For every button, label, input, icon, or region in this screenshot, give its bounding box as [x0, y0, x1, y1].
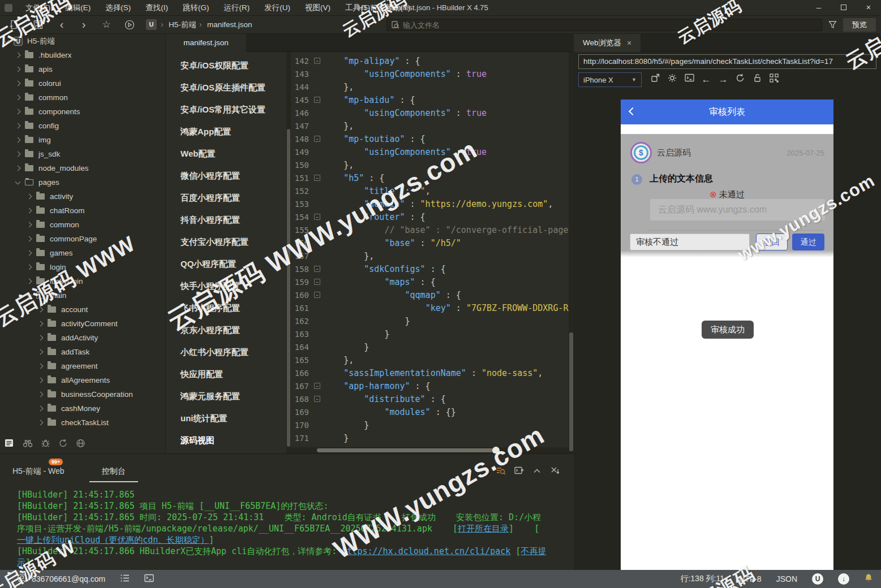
tree-item-img[interactable]: img [0, 133, 165, 147]
fold-marker[interactable]: - [311, 266, 323, 272]
console-link[interactable]: https://hx.dcloud.net.cn/cli/pack [342, 546, 510, 556]
settings-button[interactable] [665, 74, 679, 86]
fold-box-icon[interactable]: - [314, 383, 320, 389]
tab-manifest-json[interactable]: manifest.json [166, 34, 246, 52]
tree-item-allAgreements[interactable]: allAgreements [0, 373, 165, 387]
console-tab[interactable]: 控制台 [89, 466, 138, 477]
explorer-icon[interactable] [5, 439, 15, 450]
chevron-right-icon[interactable] [15, 53, 21, 58]
browser-back-button[interactable]: ← [699, 74, 713, 86]
outline-list-icon[interactable] [120, 574, 130, 584]
menu-item[interactable]: 跳转(G) [175, 0, 217, 16]
code-editor[interactable]: 142- "mp-alipay" : {143 "usingComponents… [291, 52, 569, 453]
clear-console-button[interactable] [549, 466, 561, 478]
config-scrollbar-thumb[interactable] [287, 129, 290, 447]
chevron-right-icon[interactable] [27, 250, 32, 256]
tree-item-cashMoney[interactable]: cashMoney [0, 401, 165, 416]
file-search-box[interactable] [386, 19, 822, 31]
qr-code-button[interactable] [767, 74, 781, 86]
config-item[interactable]: 飞书小程序配置 [166, 297, 290, 319]
console-link[interactable]: 打开所在目录 [458, 524, 509, 534]
tree-item-colorui[interactable]: colorui [0, 76, 165, 90]
fold-marker[interactable]: - [311, 136, 323, 142]
tree-item-account[interactable]: account [0, 302, 165, 317]
sync-icon[interactable] [58, 439, 68, 450]
fold-marker[interactable]: - [311, 292, 323, 298]
url-bar[interactable]: http://localhost:8080/h5/#/pages/main/ch… [578, 54, 876, 69]
chevron-right-icon[interactable] [15, 166, 21, 171]
filter-button[interactable] [828, 20, 837, 31]
config-item[interactable]: 百度小程序配置 [166, 187, 290, 209]
chevron-down-icon[interactable] [15, 179, 21, 184]
file-search-input[interactable] [403, 21, 742, 29]
chevron-right-icon[interactable] [15, 67, 21, 72]
tree-item-chatRoom[interactable]: chatRoom [0, 204, 165, 218]
chevron-right-icon[interactable] [38, 364, 44, 369]
chevron-right-icon[interactable] [38, 335, 44, 341]
tab-web-browser[interactable]: Web浏览器 × [574, 34, 641, 52]
config-item[interactable]: uni统计配置 [166, 407, 290, 429]
fold-marker[interactable]: - [311, 383, 323, 389]
save-button[interactable] [31, 18, 45, 32]
tree-item-H5-前端[interactable]: UH5-前端 [0, 34, 165, 48]
preview-button[interactable]: 预览 [843, 18, 876, 32]
console-link[interactable]: 示 [17, 557, 25, 568]
chevron-down-icon[interactable] [4, 37, 10, 43]
config-item[interactable]: 鸿蒙元服务配置 [166, 385, 290, 407]
tree-item-pages[interactable]: pages [0, 175, 165, 189]
config-item[interactable]: 鸿蒙App配置 [166, 120, 290, 142]
breadcrumb-project[interactable]: H5-前端 [169, 19, 196, 31]
chevron-right-icon[interactable] [27, 208, 32, 214]
navigate-forward-button[interactable]: › [77, 18, 91, 32]
console-terminal-button[interactable] [513, 466, 525, 478]
config-item[interactable]: Web配置 [166, 142, 290, 165]
tree-item-.hbuilderx[interactable]: .hbuilderx [0, 48, 165, 62]
tree-item-checkTaskList[interactable]: checkTaskList [0, 416, 165, 430]
tree-item-login[interactable]: login [0, 260, 165, 274]
tree-item-apis[interactable]: apis [0, 62, 165, 76]
tree-item-components[interactable]: components [0, 105, 165, 119]
chevron-right-icon[interactable] [15, 123, 21, 129]
tree-item-common[interactable]: common [0, 90, 165, 105]
fold-box-icon[interactable]: - [314, 266, 320, 272]
fold-box-icon[interactable]: - [314, 136, 320, 142]
browser-forward-button[interactable]: → [716, 74, 730, 86]
encoding-indicator[interactable]: UTF-8 [739, 574, 762, 583]
chevron-right-icon[interactable] [15, 137, 21, 143]
tree-item-common[interactable]: common [0, 218, 165, 232]
chevron-right-icon[interactable] [27, 236, 32, 242]
menu-item[interactable]: 文件(F) [18, 0, 58, 16]
marketplace-globe-icon[interactable] [76, 439, 85, 450]
menu-item[interactable]: 运行(R) [217, 0, 257, 16]
menu-item[interactable]: 发行(U) [257, 0, 298, 16]
collapse-panel-button[interactable] [531, 466, 543, 478]
config-item[interactable]: QQ小程序配置 [166, 253, 290, 275]
editor-vertical-scrollbar-thumb[interactable] [569, 332, 573, 451]
cursor-position[interactable]: 行:138 列:11 [680, 574, 724, 584]
chevron-right-icon[interactable] [27, 194, 32, 200]
tree-item-addActivity[interactable]: addActivity [0, 331, 165, 345]
tree-item-config[interactable]: config [0, 119, 165, 133]
maximize-button[interactable] [831, 0, 856, 16]
fold-marker[interactable]: - [311, 97, 323, 103]
tree-item-js_sdk[interactable]: js_sdk [0, 147, 165, 161]
chevron-right-icon[interactable] [38, 406, 44, 412]
open-external-button[interactable] [648, 74, 662, 86]
navigate-back-button[interactable]: ‹ [55, 18, 68, 32]
account-email[interactable]: 836706661@qq.com [32, 574, 105, 583]
approve-button[interactable]: 通过 [792, 234, 824, 250]
back-chevron-icon[interactable] [629, 107, 637, 115]
chevron-right-icon[interactable] [38, 420, 44, 426]
config-item[interactable]: 安卓/iOS权限配置 [166, 54, 290, 76]
fold-box-icon[interactable]: - [314, 58, 320, 64]
minimize-button[interactable]: – [806, 0, 831, 16]
close-tab-icon[interactable]: × [627, 38, 631, 47]
fold-box-icon[interactable]: - [314, 97, 320, 103]
config-item[interactable]: 安卓/iOS常用其它设置 [166, 98, 290, 120]
config-item[interactable]: 微信小程序配置 [166, 165, 290, 187]
editor-horizontal-scrollbar-thumb[interactable] [317, 448, 497, 452]
chevron-right-icon[interactable] [27, 279, 32, 284]
chevron-right-icon[interactable] [38, 349, 44, 355]
chevron-right-icon[interactable] [15, 81, 21, 87]
fold-box-icon[interactable]: - [314, 396, 320, 402]
